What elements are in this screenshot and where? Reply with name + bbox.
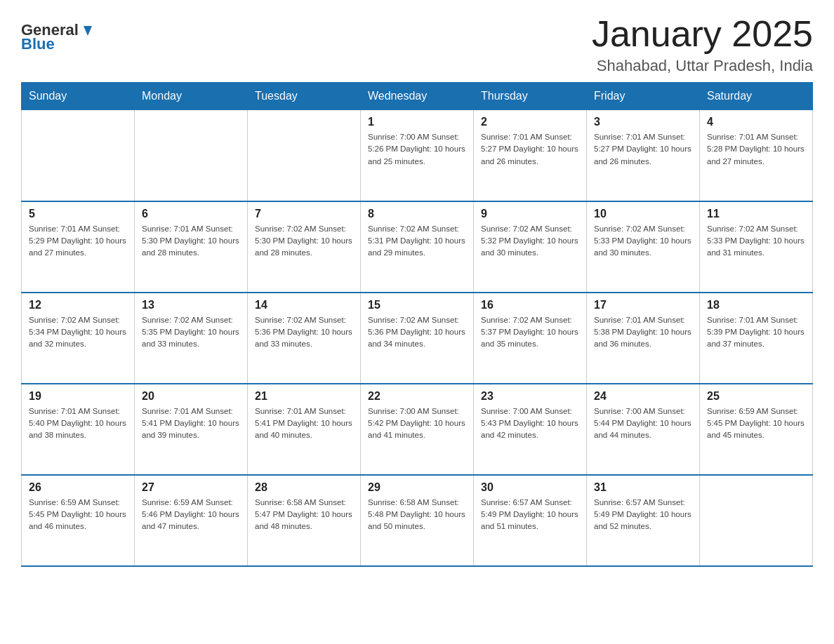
day-number: 22 — [368, 390, 466, 403]
day-number: 20 — [142, 390, 240, 403]
column-header-saturday: Saturday — [700, 83, 813, 110]
day-info: Sunrise: 7:01 AM Sunset: 5:30 PM Dayligh… — [142, 223, 240, 260]
calendar-week-row: 1Sunrise: 7:00 AM Sunset: 5:26 PM Daylig… — [22, 110, 813, 201]
day-info: Sunrise: 7:02 AM Sunset: 5:36 PM Dayligh… — [255, 314, 353, 351]
calendar-cell: 14Sunrise: 7:02 AM Sunset: 5:36 PM Dayli… — [248, 293, 361, 384]
calendar-cell: 24Sunrise: 7:00 AM Sunset: 5:44 PM Dayli… — [587, 384, 700, 475]
calendar-cell: 31Sunrise: 6:57 AM Sunset: 5:49 PM Dayli… — [587, 475, 700, 566]
day-number: 1 — [368, 116, 466, 128]
day-info: Sunrise: 6:57 AM Sunset: 5:49 PM Dayligh… — [481, 497, 579, 533]
calendar-subtitle: Shahabad, Uttar Pradesh, India — [592, 57, 813, 75]
day-info: Sunrise: 6:58 AM Sunset: 5:48 PM Dayligh… — [368, 497, 466, 533]
day-info: Sunrise: 7:02 AM Sunset: 5:31 PM Dayligh… — [368, 223, 466, 260]
calendar-cell: 10Sunrise: 7:02 AM Sunset: 5:33 PM Dayli… — [587, 201, 700, 293]
calendar-cell: 17Sunrise: 7:01 AM Sunset: 5:38 PM Dayli… — [587, 293, 700, 384]
day-info: Sunrise: 6:59 AM Sunset: 5:46 PM Dayligh… — [142, 497, 240, 533]
calendar-cell: 13Sunrise: 7:02 AM Sunset: 5:35 PM Dayli… — [135, 293, 248, 384]
day-info: Sunrise: 7:01 AM Sunset: 5:27 PM Dayligh… — [481, 131, 579, 168]
logo: General Blue — [21, 21, 95, 53]
column-header-thursday: Thursday — [474, 83, 587, 110]
day-info: Sunrise: 7:02 AM Sunset: 5:33 PM Dayligh… — [594, 223, 692, 260]
calendar-cell — [248, 110, 361, 201]
day-number: 4 — [707, 116, 805, 128]
calendar-cell: 23Sunrise: 7:00 AM Sunset: 5:43 PM Dayli… — [474, 384, 587, 475]
day-number: 29 — [368, 481, 466, 494]
day-info: Sunrise: 7:00 AM Sunset: 5:26 PM Dayligh… — [368, 131, 466, 168]
day-info: Sunrise: 7:01 AM Sunset: 5:41 PM Dayligh… — [142, 405, 240, 442]
calendar-cell: 9Sunrise: 7:02 AM Sunset: 5:32 PM Daylig… — [474, 201, 587, 293]
day-number: 24 — [594, 390, 692, 403]
day-number: 3 — [594, 116, 692, 128]
calendar-cell — [135, 110, 248, 201]
day-number: 2 — [481, 116, 579, 128]
calendar-cell: 1Sunrise: 7:00 AM Sunset: 5:26 PM Daylig… — [361, 110, 474, 201]
calendar-table: SundayMondayTuesdayWednesdayThursdayFrid… — [21, 82, 813, 567]
day-number: 21 — [255, 390, 353, 403]
calendar-cell: 16Sunrise: 7:02 AM Sunset: 5:37 PM Dayli… — [474, 293, 587, 384]
calendar-cell: 5Sunrise: 7:01 AM Sunset: 5:29 PM Daylig… — [22, 201, 135, 293]
day-info: Sunrise: 7:01 AM Sunset: 5:27 PM Dayligh… — [594, 131, 692, 168]
column-header-wednesday: Wednesday — [361, 83, 474, 110]
day-number: 26 — [29, 481, 127, 494]
calendar-cell: 21Sunrise: 7:01 AM Sunset: 5:41 PM Dayli… — [248, 384, 361, 475]
day-info: Sunrise: 7:01 AM Sunset: 5:41 PM Dayligh… — [255, 405, 353, 442]
day-number: 8 — [368, 208, 466, 220]
day-number: 5 — [29, 208, 127, 220]
day-info: Sunrise: 7:02 AM Sunset: 5:34 PM Dayligh… — [29, 314, 127, 351]
column-header-friday: Friday — [587, 83, 700, 110]
day-info: Sunrise: 7:02 AM Sunset: 5:36 PM Dayligh… — [368, 314, 466, 351]
day-number: 30 — [481, 481, 579, 494]
day-number: 27 — [142, 481, 240, 494]
day-number: 17 — [594, 299, 692, 311]
day-number: 31 — [594, 481, 692, 494]
logo-triangle-icon — [80, 23, 95, 39]
day-info: Sunrise: 6:59 AM Sunset: 5:45 PM Dayligh… — [29, 497, 127, 533]
calendar-cell: 11Sunrise: 7:02 AM Sunset: 5:33 PM Dayli… — [700, 201, 813, 293]
calendar-cell: 6Sunrise: 7:01 AM Sunset: 5:30 PM Daylig… — [135, 201, 248, 293]
day-info: Sunrise: 7:01 AM Sunset: 5:28 PM Dayligh… — [707, 131, 805, 168]
calendar-cell: 22Sunrise: 7:00 AM Sunset: 5:42 PM Dayli… — [361, 384, 474, 475]
day-info: Sunrise: 6:58 AM Sunset: 5:47 PM Dayligh… — [255, 497, 353, 533]
calendar-cell: 28Sunrise: 6:58 AM Sunset: 5:47 PM Dayli… — [248, 475, 361, 566]
day-info: Sunrise: 7:01 AM Sunset: 5:29 PM Dayligh… — [29, 223, 127, 260]
day-number: 25 — [707, 390, 805, 403]
day-number: 23 — [481, 390, 579, 403]
day-info: Sunrise: 6:57 AM Sunset: 5:49 PM Dayligh… — [594, 497, 692, 533]
day-number: 13 — [142, 299, 240, 311]
day-number: 19 — [29, 390, 127, 403]
day-number: 18 — [707, 299, 805, 311]
day-number: 28 — [255, 481, 353, 494]
day-info: Sunrise: 7:00 AM Sunset: 5:43 PM Dayligh… — [481, 405, 579, 442]
column-header-monday: Monday — [135, 83, 248, 110]
day-info: Sunrise: 7:02 AM Sunset: 5:32 PM Dayligh… — [481, 223, 579, 260]
calendar-cell: 30Sunrise: 6:57 AM Sunset: 5:49 PM Dayli… — [474, 475, 587, 566]
calendar-cell: 7Sunrise: 7:02 AM Sunset: 5:30 PM Daylig… — [248, 201, 361, 293]
day-info: Sunrise: 7:02 AM Sunset: 5:33 PM Dayligh… — [707, 223, 805, 260]
calendar-cell: 27Sunrise: 6:59 AM Sunset: 5:46 PM Dayli… — [135, 475, 248, 566]
page-header: General Blue January 2025 Shahabad, Utta… — [21, 14, 813, 75]
day-number: 12 — [29, 299, 127, 311]
calendar-cell: 15Sunrise: 7:02 AM Sunset: 5:36 PM Dayli… — [361, 293, 474, 384]
calendar-cell: 3Sunrise: 7:01 AM Sunset: 5:27 PM Daylig… — [587, 110, 700, 201]
svg-marker-0 — [84, 26, 92, 36]
day-info: Sunrise: 7:00 AM Sunset: 5:44 PM Dayligh… — [594, 405, 692, 442]
calendar-cell: 26Sunrise: 6:59 AM Sunset: 5:45 PM Dayli… — [22, 475, 135, 566]
calendar-cell: 2Sunrise: 7:01 AM Sunset: 5:27 PM Daylig… — [474, 110, 587, 201]
column-header-tuesday: Tuesday — [248, 83, 361, 110]
column-header-sunday: Sunday — [22, 83, 135, 110]
calendar-cell — [22, 110, 135, 201]
calendar-header-row: SundayMondayTuesdayWednesdayThursdayFrid… — [22, 83, 813, 110]
day-info: Sunrise: 7:01 AM Sunset: 5:40 PM Dayligh… — [29, 405, 127, 442]
day-number: 6 — [142, 208, 240, 220]
calendar-week-row: 19Sunrise: 7:01 AM Sunset: 5:40 PM Dayli… — [22, 384, 813, 475]
logo-blue-text: Blue — [21, 35, 55, 53]
day-info: Sunrise: 7:02 AM Sunset: 5:37 PM Dayligh… — [481, 314, 579, 351]
day-number: 14 — [255, 299, 353, 311]
calendar-cell: 12Sunrise: 7:02 AM Sunset: 5:34 PM Dayli… — [22, 293, 135, 384]
day-info: Sunrise: 7:02 AM Sunset: 5:30 PM Dayligh… — [255, 223, 353, 260]
day-number: 16 — [481, 299, 579, 311]
calendar-title: January 2025 — [592, 14, 813, 54]
calendar-cell: 20Sunrise: 7:01 AM Sunset: 5:41 PM Dayli… — [135, 384, 248, 475]
calendar-cell: 4Sunrise: 7:01 AM Sunset: 5:28 PM Daylig… — [700, 110, 813, 201]
day-info: Sunrise: 7:02 AM Sunset: 5:35 PM Dayligh… — [142, 314, 240, 351]
